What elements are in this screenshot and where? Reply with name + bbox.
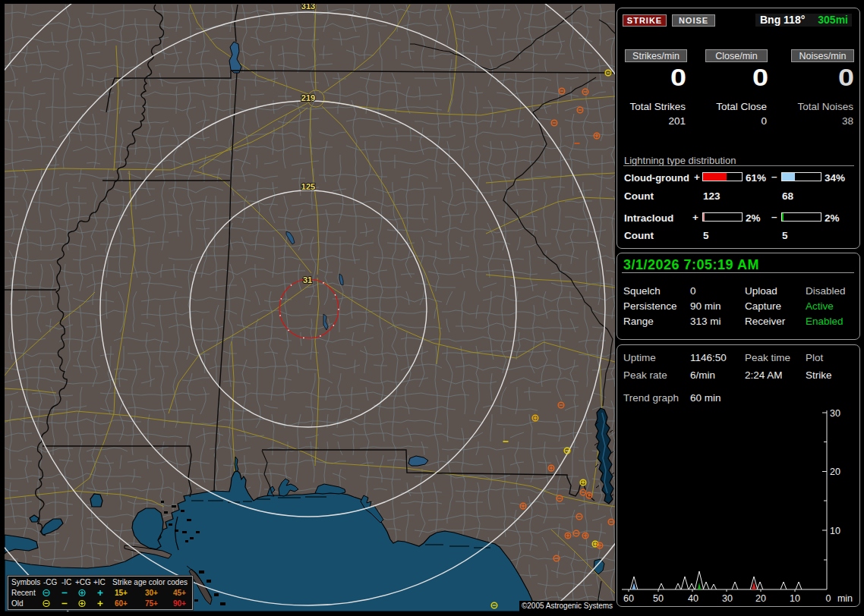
svg-text:219: 219: [301, 93, 315, 102]
svg-text:20: 20: [755, 593, 766, 604]
svg-text:31: 31: [303, 275, 312, 284]
svg-text:10: 10: [830, 526, 840, 536]
svg-text:20: 20: [830, 467, 840, 477]
svg-text:15+: 15+: [115, 589, 128, 597]
svg-text:75+: 75+: [145, 599, 158, 608]
svg-text:-IC: -IC: [61, 578, 71, 586]
svg-text:min: min: [837, 593, 853, 604]
svg-text:+CG: +CG: [75, 578, 91, 586]
svg-text:125: 125: [301, 182, 315, 191]
svg-text:60: 60: [623, 593, 634, 604]
svg-text:30: 30: [722, 593, 733, 604]
svg-text:Recent: Recent: [11, 589, 36, 597]
svg-text:40: 40: [688, 593, 698, 604]
svg-text:-CG: -CG: [43, 578, 58, 586]
svg-text:0: 0: [826, 593, 831, 604]
svg-text:60+: 60+: [115, 599, 128, 608]
svg-text:30+: 30+: [145, 589, 158, 597]
svg-text:30: 30: [830, 408, 840, 419]
svg-text:+IC: +IC: [93, 578, 106, 586]
svg-text:90+: 90+: [173, 599, 186, 608]
svg-text:313: 313: [301, 4, 315, 11]
svg-text:10: 10: [790, 593, 800, 604]
svg-text:50: 50: [653, 593, 664, 604]
svg-text:Symbols: Symbols: [11, 578, 40, 586]
svg-text:45+: 45+: [173, 589, 186, 597]
svg-text:Strike age color codes: Strike age color codes: [112, 578, 188, 586]
svg-text:Old: Old: [11, 599, 24, 608]
